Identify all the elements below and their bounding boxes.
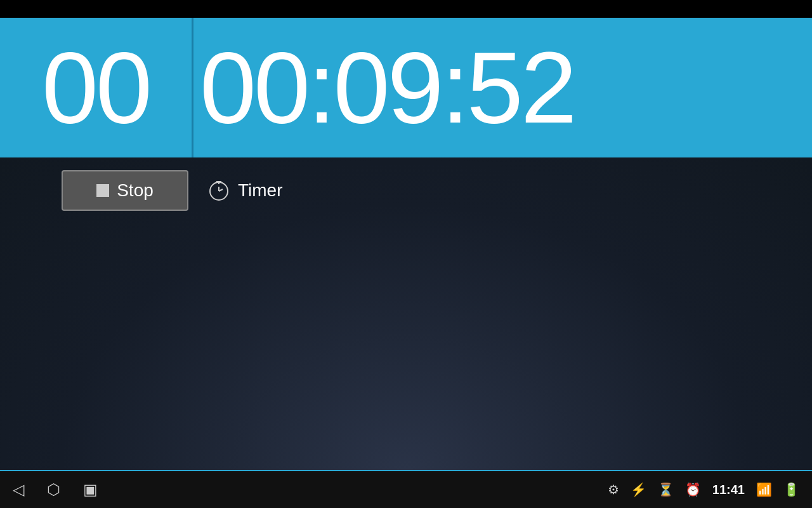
status-bar-time: >>11:51:28 [753,3,804,15]
wifi-icon: 📶 [756,482,772,497]
nav-bar: ◁ ⬡ ▣ ⚙ ⚡ ⏳ ⏰ 11:41 📶 🔋 [0,470,812,508]
system-time: 11:41 [712,483,745,497]
status-bar: DAYS >>11:51:28 [0,0,812,18]
timer-icon [207,179,230,202]
battery-icon: 🔋 [783,482,799,497]
android-icon: ⚙ [608,482,619,497]
stop-button[interactable]: Stop [62,170,188,211]
timer-nav-button[interactable]: Timer [207,179,283,202]
hourglass-icon: ⏳ [658,482,674,497]
stop-icon [96,184,109,197]
days-value: 00 [42,37,150,138]
time-value: 00:09:52 [200,37,575,138]
recents-icon[interactable]: ▣ [83,481,98,498]
alarm-icon: ⏰ [685,482,701,497]
home-icon[interactable]: ⬡ [47,481,60,498]
days-section: 00 [0,18,193,157]
status-bar-title: DAYS [8,3,34,15]
nav-left: ◁ ⬡ ▣ [13,481,98,498]
controls-area: Stop Timer [0,157,812,224]
time-section: 00:09:52 [193,37,812,138]
timer-display: 00 00:09:52 [0,18,812,157]
usb-icon: ⚡ [631,482,646,497]
back-icon[interactable]: ◁ [13,481,24,498]
nav-right: ⚙ ⚡ ⏳ ⏰ 11:41 📶 🔋 [608,482,799,497]
timer-label: Timer [238,180,283,201]
stop-label: Stop [117,180,154,201]
